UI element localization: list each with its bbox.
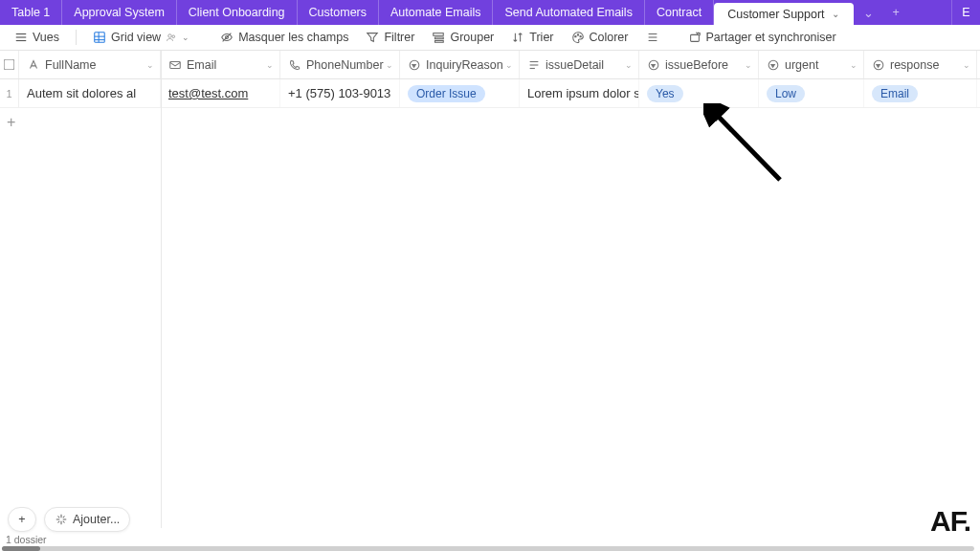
chevron-down-icon[interactable]: ⌄ bbox=[266, 60, 274, 70]
add-label: Ajouter... bbox=[73, 513, 120, 526]
share-sync-button[interactable]: Partager et synchroniser bbox=[681, 28, 843, 47]
row-height-icon bbox=[646, 31, 659, 44]
cell-response[interactable]: Email bbox=[864, 79, 977, 107]
tab-label: Table 1 bbox=[11, 6, 50, 19]
color-label: Colorer bbox=[590, 31, 629, 44]
row-number[interactable]: 1 bbox=[0, 79, 19, 107]
column-header-fullname[interactable]: FullName ⌄ bbox=[19, 51, 161, 78]
filter-label: Filtrer bbox=[384, 31, 414, 44]
column-header-response[interactable]: response ⌄ bbox=[864, 51, 977, 78]
tab-label: Customer Support bbox=[727, 8, 824, 21]
svg-rect-11 bbox=[434, 33, 444, 36]
add-row-button[interactable]: + bbox=[0, 108, 980, 137]
group-button[interactable]: Grouper bbox=[425, 28, 501, 47]
column-header-phone[interactable]: PhoneNumber ⌄ bbox=[280, 51, 400, 78]
long-text-icon bbox=[527, 58, 541, 72]
pill-yes: Yes bbox=[647, 85, 683, 102]
group-label: Grouper bbox=[450, 31, 494, 44]
add-record-button[interactable]: + bbox=[8, 507, 36, 532]
cell-email[interactable]: test@test.com bbox=[161, 79, 280, 107]
chevron-down-icon[interactable]: ⌄ bbox=[625, 60, 633, 70]
column-label: Email bbox=[187, 58, 216, 72]
column-header-email[interactable]: Email ⌄ bbox=[161, 51, 280, 78]
tab-label: Send Automated Emails bbox=[504, 6, 632, 19]
column-header-urgent[interactable]: urgent ⌄ bbox=[759, 51, 864, 78]
row-height-button[interactable] bbox=[639, 28, 666, 47]
plus-icon: + bbox=[18, 513, 25, 526]
tab-label: Approval System bbox=[74, 6, 164, 19]
view-toolbar: Vues Grid view ⌄ Masquer les champs Filt… bbox=[0, 25, 980, 51]
hide-fields-label: Masquer les champs bbox=[238, 31, 348, 44]
tab-contract[interactable]: Contract bbox=[645, 0, 714, 25]
tabs-overflow-button[interactable]: ⌄ bbox=[854, 0, 883, 25]
cell-urgent[interactable]: Low bbox=[759, 79, 864, 107]
chevron-down-icon: ⌄ bbox=[182, 33, 189, 42]
add-menu-button[interactable]: Ajouter... bbox=[44, 507, 130, 532]
chevron-down-icon[interactable]: ⌄ bbox=[146, 60, 154, 70]
cell-inquiry[interactable]: Order Issue bbox=[400, 79, 520, 107]
select-all-checkbox[interactable] bbox=[4, 59, 15, 71]
column-header-detail[interactable]: issueDetail ⌄ bbox=[520, 51, 639, 78]
email-link[interactable]: test@test.com bbox=[168, 86, 248, 100]
cell-phone[interactable]: +1 (575) 103-9013 bbox=[280, 79, 400, 107]
tab-approval-system[interactable]: Approval System bbox=[62, 0, 176, 25]
views-button[interactable]: Vues bbox=[8, 28, 66, 47]
tab-table-1[interactable]: Table 1 bbox=[0, 0, 62, 25]
select-all-cell[interactable] bbox=[0, 51, 19, 78]
footer-actions: + Ajouter... bbox=[8, 507, 130, 532]
column-header-before[interactable]: issueBefore ⌄ bbox=[639, 51, 759, 78]
svg-rect-20 bbox=[690, 34, 699, 41]
chevron-down-icon[interactable]: ⌄ bbox=[505, 60, 513, 70]
record-count: 1 dossier bbox=[6, 534, 47, 545]
chevron-down-icon[interactable]: ⌄ bbox=[745, 60, 752, 70]
email-icon bbox=[168, 58, 182, 72]
cell-before[interactable]: Yes bbox=[639, 79, 759, 107]
column-label: urgent bbox=[785, 58, 818, 72]
watermark: AF. bbox=[930, 505, 970, 538]
svg-rect-12 bbox=[435, 37, 444, 39]
svg-rect-3 bbox=[95, 33, 105, 43]
horizontal-scrollbar[interactable] bbox=[2, 546, 974, 551]
grid-view-button[interactable]: Grid view ⌄ bbox=[86, 28, 196, 47]
tab-bar-right-cell[interactable]: E bbox=[951, 0, 980, 25]
tab-customers[interactable]: Customers bbox=[298, 0, 379, 25]
single-select-icon bbox=[767, 58, 780, 72]
color-button[interactable]: Colorer bbox=[565, 28, 635, 47]
phone-icon bbox=[288, 58, 301, 72]
column-header-inquiry[interactable]: InquiryReason ⌄ bbox=[400, 51, 520, 78]
users-icon bbox=[166, 31, 177, 44]
tab-client-onboarding[interactable]: Client Onboarding bbox=[177, 0, 298, 25]
chevron-down-icon[interactable]: ⌄ bbox=[963, 60, 970, 70]
group-icon bbox=[432, 31, 445, 44]
svg-point-8 bbox=[172, 35, 175, 38]
column-label: PhoneNumber bbox=[306, 58, 384, 72]
sparkle-icon bbox=[55, 513, 68, 526]
single-select-icon bbox=[872, 58, 885, 72]
sort-button[interactable]: Trier bbox=[504, 28, 560, 47]
svg-point-14 bbox=[574, 35, 575, 36]
chevron-down-icon[interactable]: ⌄ bbox=[386, 60, 393, 70]
tab-label: Customers bbox=[309, 6, 367, 19]
pill-order-issue: Order Issue bbox=[408, 85, 485, 102]
cell-fullname[interactable]: Autem sit dolores al bbox=[19, 79, 161, 107]
filter-icon bbox=[366, 31, 379, 44]
svg-rect-21 bbox=[170, 61, 181, 68]
filter-button[interactable]: Filtrer bbox=[359, 28, 421, 47]
cell-detail[interactable]: Lorem ipsum dolor sit am… bbox=[520, 79, 639, 107]
chevron-down-icon: ⌄ bbox=[863, 6, 874, 20]
column-label: issueDetail bbox=[546, 58, 604, 72]
eye-off-icon bbox=[220, 31, 234, 44]
hide-fields-button[interactable]: Masquer les champs bbox=[213, 28, 355, 47]
add-table-button[interactable]: + bbox=[883, 0, 909, 25]
plus-icon: + bbox=[4, 114, 15, 131]
tab-automate-emails[interactable]: Automate Emails bbox=[379, 0, 493, 25]
pill-email: Email bbox=[872, 85, 918, 102]
table-row[interactable]: 1 Autem sit dolores al test@test.com +1 … bbox=[0, 79, 980, 108]
divider bbox=[76, 30, 77, 45]
chevron-down-icon[interactable]: ⌄ bbox=[850, 60, 858, 70]
menu-icon bbox=[14, 31, 28, 44]
chevron-down-icon[interactable]: ⌄ bbox=[832, 9, 839, 19]
tab-send-automated-emails[interactable]: Send Automated Emails bbox=[493, 0, 644, 25]
tab-customer-support[interactable]: Customer Support ⌄ bbox=[714, 3, 853, 25]
single-select-icon bbox=[408, 58, 421, 72]
